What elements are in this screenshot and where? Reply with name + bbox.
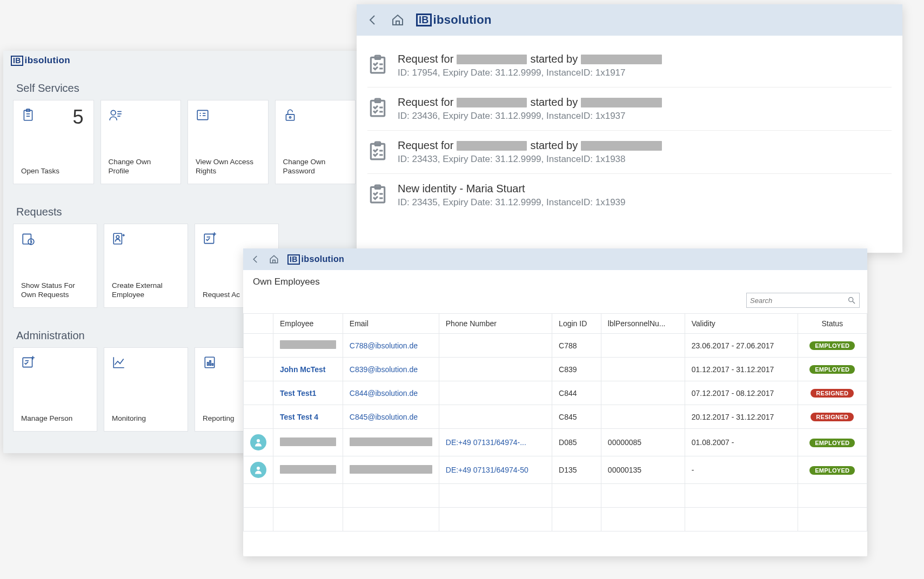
tile-label: Show Status For Own Requests	[21, 281, 89, 300]
table-row-empty	[244, 484, 867, 508]
tile-change-own-password[interactable]: Change Own Password	[275, 100, 356, 184]
cell-login: D085	[552, 429, 601, 456]
table-row[interactable]: C788@ibsolution.deC78823.06.2017 - 27.06…	[244, 334, 867, 358]
cell-personnel: 00000085	[601, 429, 685, 456]
tile-label: Open Tasks	[21, 166, 86, 176]
back-icon[interactable]	[251, 254, 260, 264]
checklist-icon	[367, 139, 388, 162]
profile-icon	[109, 108, 123, 122]
table-row[interactable]: DE:+49 07131/64974-50D13500000135-EMPLOY…	[244, 456, 867, 484]
tile-create-external-employee[interactable]: Create External Employee	[104, 224, 188, 308]
cell-personnel	[601, 381, 685, 405]
cell-login: D135	[552, 456, 601, 484]
addpanel-icon	[21, 355, 35, 369]
section-title: Self Services	[3, 71, 365, 100]
status-badge: EMPLOYED	[809, 466, 855, 475]
request-item[interactable]: New identity - Maria Stuart ID: 23435, E…	[367, 174, 892, 217]
column-header[interactable]: Login ID	[552, 314, 601, 334]
cell-employee: John McTest	[273, 358, 343, 381]
requests-window: IBIBsolution Request for started by ID: …	[357, 4, 902, 253]
request-title: Request for started by	[398, 53, 662, 65]
cell-personnel	[601, 358, 685, 381]
cell-status: RESIGNED	[798, 405, 867, 429]
avatar-cell	[244, 381, 273, 405]
cell-status: EMPLOYED	[798, 358, 867, 381]
tile-label: Change Own Profile	[109, 157, 173, 176]
column-header[interactable]: Status	[798, 314, 867, 334]
cell-employee	[273, 456, 343, 484]
cell-validity: 20.12.2017 - 31.12.2017	[685, 405, 798, 429]
cell-phone	[439, 381, 552, 405]
cell-email: C844@ibsolution.de	[343, 381, 439, 405]
request-item[interactable]: Request for started by ID: 17954, Expiry…	[367, 44, 892, 87]
employees-window: IBIBsolution Own Employees EmployeeEmail…	[243, 248, 867, 556]
home-icon[interactable]	[269, 254, 279, 264]
tile-show-status-for-own-requests[interactable]: Show Status For Own Requests	[13, 224, 97, 308]
tile-count: 5	[72, 106, 83, 129]
page-title: Own Employees	[243, 270, 867, 291]
column-header[interactable]: Phone Number	[439, 314, 552, 334]
column-header[interactable]: lblPersonnelNu...	[601, 314, 685, 334]
cell-email: C839@ibsolution.de	[343, 358, 439, 381]
column-header[interactable]: Email	[343, 314, 439, 334]
cell-phone	[439, 358, 552, 381]
launchpad-header: IBIBsolution	[3, 51, 365, 71]
brand-logo: IBIBsolution	[287, 254, 344, 265]
newperson-icon	[112, 232, 126, 246]
table-row[interactable]: DE:+49 07131/64974-...D0850000008501.08.…	[244, 429, 867, 456]
tile-change-own-profile[interactable]: Change Own Profile	[101, 100, 182, 184]
brand-logo: IBIBsolution	[11, 55, 70, 66]
request-title: New identity - Maria Stuart	[398, 183, 626, 195]
tile-view-own-access-rights[interactable]: View Own Access Rights	[188, 100, 269, 184]
tile-label: Create External Employee	[112, 281, 180, 300]
section-title: Requests	[3, 195, 365, 224]
cell-phone: DE:+49 07131/64974-...	[439, 429, 552, 456]
tile-open-tasks[interactable]: 5 Open Tasks	[13, 100, 94, 184]
tile-monitoring[interactable]: Monitoring	[104, 347, 188, 432]
avatar	[250, 462, 266, 478]
avatar	[250, 434, 266, 450]
checklist-icon	[367, 53, 388, 76]
request-title: Request for started by	[398, 96, 662, 109]
request-item[interactable]: Request for started by ID: 23433, Expiry…	[367, 131, 892, 174]
cell-status: EMPLOYED	[798, 334, 867, 358]
status-badge: EMPLOYED	[809, 341, 855, 350]
request-item[interactable]: Request for started by ID: 23436, Expiry…	[367, 87, 892, 131]
back-icon[interactable]	[366, 14, 379, 26]
topbar: IBIBsolution	[357, 4, 902, 36]
tile-manage-person[interactable]: Manage Person	[13, 347, 97, 432]
clipboard-icon	[21, 108, 35, 122]
home-icon[interactable]	[391, 14, 404, 26]
cell-phone	[439, 334, 552, 358]
brand-logo: IBIBsolution	[416, 13, 492, 27]
request-subtitle: ID: 23436, Expiry Date: 31.12.9999, Inst…	[398, 111, 662, 122]
avatar-cell	[244, 334, 273, 358]
cell-validity: -	[685, 456, 798, 484]
table-row[interactable]: Test Test 4C845@ibsolution.deC84520.12.2…	[244, 405, 867, 429]
report-icon	[203, 355, 217, 369]
cell-status: EMPLOYED	[798, 456, 867, 484]
table-row[interactable]: Test Test1C844@ibsolution.deC84407.12.20…	[244, 381, 867, 405]
search-input-container[interactable]	[746, 293, 860, 308]
avatar-cell	[244, 358, 273, 381]
search-input[interactable]	[750, 297, 847, 305]
table-row-empty	[244, 508, 867, 531]
avatar-cell	[244, 456, 273, 484]
cell-login: C844	[552, 381, 601, 405]
cell-personnel	[601, 334, 685, 358]
table-row[interactable]: John McTestC839@ibsolution.deC83901.12.2…	[244, 358, 867, 381]
column-header[interactable]: Employee	[273, 314, 343, 334]
addpanel-icon	[203, 232, 217, 246]
cell-phone: DE:+49 07131/64974-50	[439, 456, 552, 484]
cell-status: EMPLOYED	[798, 429, 867, 456]
column-header[interactable]: Validity	[685, 314, 798, 334]
request-subtitle: ID: 23435, Expiry Date: 31.12.9999, Inst…	[398, 197, 626, 208]
svg-point-0	[849, 298, 853, 302]
unlock-icon	[283, 108, 297, 122]
cell-personnel: 00000135	[601, 456, 685, 484]
cell-status: RESIGNED	[798, 381, 867, 405]
topbar: IBIBsolution	[243, 248, 867, 270]
search-icon	[847, 296, 856, 305]
tile-label: View Own Access Rights	[196, 157, 260, 176]
cell-email: C845@ibsolution.de	[343, 405, 439, 429]
